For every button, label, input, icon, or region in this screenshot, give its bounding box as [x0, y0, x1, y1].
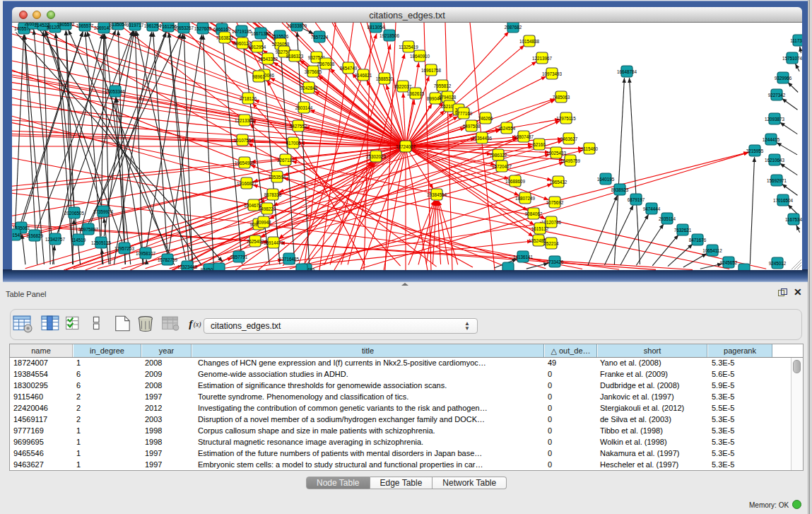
svg-text:9245652: 9245652 — [720, 260, 738, 265]
svg-text:1733426: 1733426 — [546, 259, 564, 264]
svg-text:19218506: 19218506 — [379, 33, 400, 38]
svg-text:10154838: 10154838 — [519, 39, 540, 44]
svg-text:20206505: 20206505 — [64, 211, 85, 216]
svg-text:1965432: 1965432 — [550, 180, 567, 185]
svg-text:16671385: 16671385 — [251, 31, 271, 36]
svg-text:15720407: 15720407 — [492, 164, 512, 169]
svg-text:7485063: 7485063 — [553, 95, 570, 100]
svg-text:2087682: 2087682 — [505, 25, 522, 30]
svg-text:25302023: 25302023 — [366, 154, 387, 159]
svg-text:9319717: 9319717 — [126, 23, 144, 28]
svg-text:12213303: 12213303 — [235, 118, 255, 123]
svg-text:8938923: 8938923 — [611, 187, 629, 192]
svg-text:2718126: 2718126 — [240, 96, 257, 101]
svg-text:12093873: 12093873 — [765, 117, 785, 122]
svg-text:12975115: 12975115 — [556, 116, 576, 121]
svg-text:16648784: 16648784 — [617, 69, 637, 74]
svg-text:18640910: 18640910 — [410, 54, 430, 59]
svg-text:1353594: 1353594 — [269, 175, 286, 180]
svg-text:8322037: 8322037 — [394, 84, 412, 89]
svg-text:1615132: 1615132 — [531, 226, 549, 231]
svg-text:1905572: 1905572 — [57, 23, 75, 27]
svg-text:16543382: 16543382 — [258, 57, 278, 62]
svg-text:809948: 809948 — [256, 220, 271, 225]
svg-text:9242848: 9242848 — [300, 86, 318, 90]
svg-text:8678335: 8678335 — [264, 192, 282, 197]
svg-text:8454749: 8454749 — [340, 66, 358, 71]
svg-text:62160: 62160 — [533, 142, 546, 147]
svg-text:7857224: 7857224 — [311, 35, 329, 40]
svg-text:10958107: 10958107 — [136, 251, 156, 256]
svg-text:16961758: 16961758 — [421, 68, 442, 73]
svg-text:8813054: 8813054 — [367, 25, 385, 30]
svg-text:10807487: 10807487 — [514, 134, 534, 139]
svg-text:16914479: 16914479 — [264, 240, 284, 245]
svg-text:13716485: 13716485 — [279, 257, 300, 262]
svg-text:10973493: 10973493 — [542, 71, 563, 76]
svg-text:746266: 746266 — [478, 116, 493, 121]
svg-text:6879197: 6879197 — [628, 197, 645, 202]
svg-text:16033809: 16033809 — [287, 23, 307, 28]
svg-text:9474444: 9474444 — [643, 206, 661, 211]
svg-text:30975887: 30975887 — [78, 227, 99, 232]
svg-text:16495759: 16495759 — [560, 158, 581, 163]
svg-text:12213967: 12213967 — [532, 56, 553, 61]
svg-text:6466160: 6466160 — [213, 27, 231, 32]
svg-text:391541: 391541 — [12, 233, 23, 238]
svg-text:12342757: 12342757 — [45, 237, 66, 242]
svg-text:10025433: 10025433 — [546, 151, 567, 156]
svg-text:9777169: 9777169 — [455, 111, 473, 116]
svg-text:9329966: 9329966 — [775, 76, 792, 81]
svg-text:9146821: 9146821 — [355, 73, 372, 78]
svg-text:8427552: 8427552 — [290, 124, 307, 129]
svg-text:16210643: 16210643 — [765, 158, 785, 163]
svg-text:7986322: 7986322 — [490, 153, 507, 158]
svg-text:7163822: 7163822 — [216, 35, 234, 40]
svg-text:1640195: 1640195 — [597, 177, 615, 182]
svg-text:10653267: 10653267 — [174, 25, 194, 30]
svg-text:98961: 98961 — [252, 74, 265, 79]
svg-text:1244415: 1244415 — [763, 137, 780, 142]
svg-text:21364436: 21364436 — [472, 136, 493, 141]
svg-text:8186323: 8186323 — [286, 54, 304, 59]
svg-text:1156829: 1156829 — [26, 233, 44, 238]
svg-text:(x): (x) — [194, 320, 201, 329]
svg-text:18807249: 18807249 — [515, 196, 536, 201]
svg-text:8135054: 8135054 — [110, 23, 127, 27]
svg-text:1065577: 1065577 — [76, 23, 94, 28]
svg-text:1075692: 1075692 — [546, 200, 564, 205]
svg-text:15692971: 15692971 — [767, 178, 787, 183]
svg-text:1362615: 1362615 — [407, 91, 425, 96]
svg-text:9084067: 9084067 — [525, 211, 543, 216]
svg-text:1010755: 1010755 — [234, 138, 252, 143]
svg-text:10688609: 10688609 — [505, 179, 526, 184]
svg-text:3498222: 3498222 — [259, 206, 276, 211]
svg-text:3267110: 3267110 — [277, 158, 295, 163]
svg-text:9115460: 9115460 — [581, 146, 599, 151]
svg-text:7625402: 7625402 — [247, 239, 264, 244]
svg-text:6794028: 6794028 — [439, 95, 457, 100]
svg-text:17359924: 17359924 — [93, 209, 114, 214]
svg-text:10719185: 10719185 — [232, 29, 252, 34]
svg-text:15751074: 15751074 — [782, 56, 802, 61]
svg-text:2367608: 2367608 — [317, 62, 335, 66]
svg-text:1167534: 1167534 — [785, 217, 802, 222]
svg-text:3624554: 3624554 — [498, 126, 516, 131]
svg-text:3215955: 3215955 — [746, 148, 764, 153]
svg-text:9857791: 9857791 — [230, 255, 248, 259]
svg-text:16782759: 16782759 — [158, 257, 178, 262]
svg-text:7632621: 7632621 — [674, 228, 692, 233]
svg-text:17016504: 17016504 — [773, 198, 794, 203]
svg-text:19384554: 19384554 — [427, 192, 447, 197]
svg-text:417006: 417006 — [286, 141, 301, 146]
svg-text:8912954: 8912954 — [249, 45, 266, 49]
svg-text:1588520: 1588520 — [376, 76, 394, 81]
svg-text:19654935: 19654935 — [235, 160, 255, 165]
svg-text:1527602: 1527602 — [194, 26, 212, 31]
svg-text:14136141: 14136141 — [513, 255, 534, 259]
svg-text:2935114: 2935114 — [659, 216, 676, 221]
svg-text:17957253: 17957253 — [114, 246, 135, 251]
svg-text:10654112: 10654112 — [702, 248, 722, 253]
svg-text:12323448: 12323448 — [177, 264, 198, 269]
svg-text:6497508: 6497508 — [463, 124, 481, 129]
